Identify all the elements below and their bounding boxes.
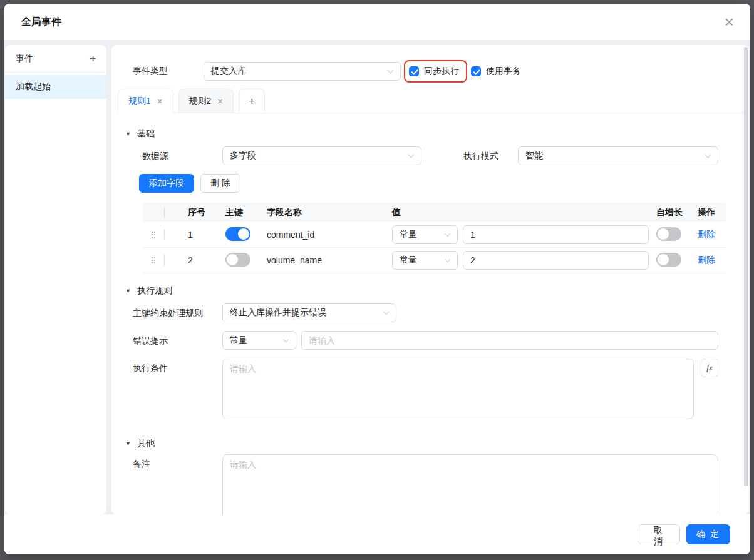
cancel-button[interactable]: 取 消	[638, 524, 680, 544]
tab-rule-1-label: 规则1	[128, 96, 151, 107]
add-rule-tab[interactable]: +	[239, 89, 265, 113]
section-others[interactable]: ▼ 其他	[125, 438, 749, 449]
drag-handle-icon[interactable]	[152, 257, 155, 263]
row-checkbox[interactable]	[164, 255, 165, 266]
condition-textarea[interactable]	[222, 359, 694, 419]
value-type-select[interactable]: 常量	[392, 225, 458, 244]
condition-row: 执行条件 fx	[133, 359, 718, 419]
section-exec-rules-title: 执行规则	[137, 285, 172, 297]
datasource-value: 多字段	[230, 150, 256, 161]
tab-close-icon[interactable]: ×	[217, 96, 223, 106]
field-actions: 添加字段 删 除	[139, 174, 749, 193]
error-tip-input[interactable]	[301, 331, 718, 350]
event-type-row: 事件类型 提交入库 同步执行 使用事务	[133, 62, 718, 81]
chevron-down-icon	[388, 68, 394, 74]
event-type-value: 提交入库	[211, 66, 246, 77]
primary-key-toggle[interactable]	[225, 227, 250, 241]
close-icon[interactable]: ×	[725, 16, 734, 28]
event-type-label: 事件类型	[133, 66, 204, 77]
add-event-icon[interactable]: +	[90, 52, 96, 66]
tab-close-icon[interactable]: ×	[157, 96, 163, 106]
event-sidebar: 事件 + 加载起始	[5, 45, 106, 514]
auto-increment-toggle[interactable]	[656, 253, 681, 267]
caret-down-icon: ▼	[125, 440, 131, 447]
header-value: 值	[392, 207, 656, 218]
datasource-row: 数据源 多字段 执行模式 智能	[142, 146, 718, 165]
section-others-title: 其他	[137, 438, 155, 449]
global-event-dialog: 全局事件 × 事件 + 加载起始 事件类型 提交入库	[4, 4, 750, 554]
use-transaction-label: 使用事务	[486, 66, 521, 77]
exec-mode-label: 执行模式	[463, 146, 518, 165]
sync-exec-label: 同步执行	[424, 66, 459, 77]
delete-row-link[interactable]: 删除	[698, 229, 715, 239]
value-type-value: 常量	[400, 229, 417, 240]
condition-label: 执行条件	[133, 359, 222, 377]
tab-rule-2-label: 规则2	[189, 96, 212, 107]
chevron-down-icon	[705, 152, 711, 158]
value-input[interactable]	[463, 251, 649, 270]
header-action: 操作	[698, 207, 726, 218]
exec-mode-select[interactable]: 智能	[518, 146, 718, 165]
tab-rule-1[interactable]: 规则1 ×	[118, 89, 173, 113]
value-input[interactable]	[463, 225, 649, 244]
value-type-select[interactable]: 常量	[392, 251, 458, 270]
sidebar-item-load-start[interactable]: 加载起始	[5, 75, 106, 99]
pk-rule-select[interactable]: 终止入库操作并提示错误	[222, 303, 396, 322]
exec-mode-value: 智能	[525, 150, 543, 161]
dialog-title: 全局事件	[21, 16, 61, 29]
auto-increment-toggle[interactable]	[656, 227, 681, 241]
add-tab-icon: +	[249, 95, 255, 108]
sync-exec-checkbox[interactable]	[409, 66, 419, 76]
fx-formula-button[interactable]: fx	[701, 359, 718, 377]
event-config-panel: 事件类型 提交入库 同步执行 使用事务 规则1	[111, 45, 749, 514]
delete-fields-button[interactable]: 删 除	[200, 174, 240, 193]
delete-row-link[interactable]: 删除	[698, 255, 715, 265]
event-type-select[interactable]: 提交入库	[204, 62, 401, 81]
use-transaction-checkbox[interactable]	[471, 66, 481, 76]
caret-down-icon: ▼	[125, 131, 131, 137]
primary-key-toggle[interactable]	[225, 253, 250, 267]
section-basic-title: 基础	[137, 128, 155, 140]
fields-table: 序号 主键 字段名称 值 自增长 操作 1 comment_id 常量	[143, 203, 726, 273]
confirm-button[interactable]: 确 定	[686, 524, 730, 544]
error-tip-label: 错误提示	[133, 331, 222, 350]
chevron-down-icon	[445, 257, 451, 263]
dialog-body: 事件 + 加载起始 事件类型 提交入库 同步执行	[4, 40, 750, 514]
datasource-label: 数据源	[142, 146, 222, 165]
row-index: 1	[188, 230, 225, 240]
sidebar-header: 事件 +	[5, 45, 106, 73]
table-row: 1 comment_id 常量 删除	[143, 222, 726, 248]
use-transaction-option: 使用事务	[471, 66, 521, 77]
dialog-header: 全局事件 ×	[4, 4, 750, 40]
section-exec-rules[interactable]: ▼ 执行规则	[125, 285, 749, 297]
header-auto-increment: 自增长	[656, 207, 698, 218]
add-field-button[interactable]: 添加字段	[139, 174, 194, 193]
dialog-footer: 取 消 确 定	[4, 514, 750, 554]
error-tip-row: 错误提示 常量	[133, 331, 718, 350]
field-name-cell: comment_id	[267, 230, 392, 240]
field-name-cell: volume_name	[267, 255, 392, 265]
sidebar-title: 事件	[16, 53, 33, 64]
remark-textarea[interactable]	[222, 454, 718, 514]
pk-rule-value: 终止入库操作并提示错误	[230, 307, 326, 318]
header-primary-key: 主键	[225, 207, 267, 218]
error-tip-type-value: 常量	[230, 335, 247, 346]
chevron-down-icon	[408, 152, 415, 158]
chevron-down-icon	[445, 231, 451, 237]
remark-row: 备注	[133, 454, 718, 514]
tab-rule-2[interactable]: 规则2 ×	[178, 89, 234, 113]
rule-tabs: 规则1 × 规则2 × +	[118, 89, 749, 113]
error-tip-type-select[interactable]: 常量	[222, 331, 296, 350]
chevron-down-icon	[283, 337, 289, 343]
sync-exec-option: 同步执行	[409, 66, 459, 77]
section-basic[interactable]: ▼ 基础	[125, 128, 749, 140]
drag-handle-icon[interactable]	[152, 232, 155, 238]
chevron-down-icon	[383, 309, 390, 315]
pk-rule-row: 主键约束处理规则 终止入库操作并提示错误	[133, 303, 718, 322]
pk-rule-label: 主键约束处理规则	[133, 303, 222, 322]
scrollbar-thumb[interactable]	[744, 47, 748, 486]
header-field-name: 字段名称	[267, 207, 392, 218]
select-all-checkbox[interactable]	[164, 207, 165, 218]
row-checkbox[interactable]	[164, 229, 165, 240]
datasource-select[interactable]: 多字段	[222, 146, 421, 165]
